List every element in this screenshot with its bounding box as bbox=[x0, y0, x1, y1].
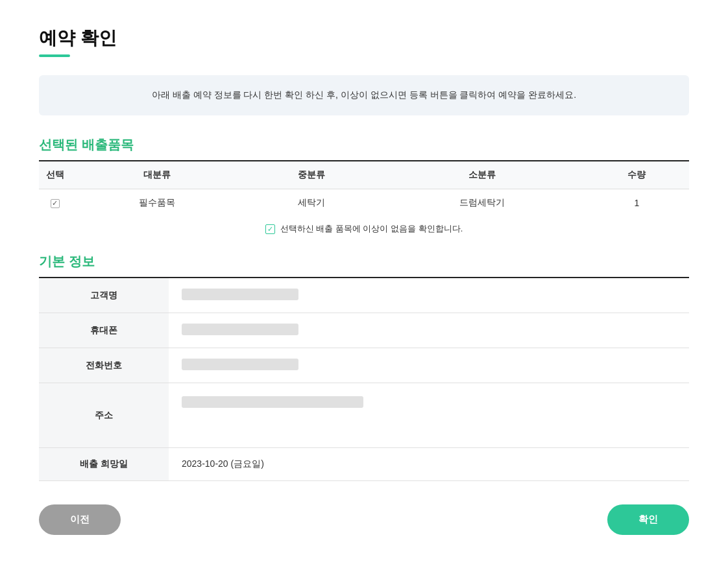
items-section-title: 선택된 배출품목 bbox=[39, 136, 689, 154]
blurred-mobile bbox=[182, 324, 298, 335]
value-name bbox=[169, 278, 689, 313]
items-section: 선택된 배출품목 선택 대분류 중분류 소분류 수량 필수품목 세탁기 드럼세탁… bbox=[39, 136, 689, 235]
label-phone: 전화번호 bbox=[39, 348, 169, 383]
confirm-button[interactable]: 확인 bbox=[607, 504, 689, 535]
info-row-date: 배출 희망일 2023-10-20 (금요일) bbox=[39, 448, 689, 481]
label-address: 주소 bbox=[39, 383, 169, 448]
check-icon bbox=[51, 199, 60, 208]
items-table: 선택 대분류 중분류 소분류 수량 필수품목 세탁기 드럼세탁기 1 bbox=[39, 161, 689, 217]
row-sub-category: 드럼세탁기 bbox=[380, 189, 585, 217]
row-select-cell bbox=[39, 189, 71, 217]
row-quantity: 1 bbox=[585, 189, 689, 217]
col-header-select: 선택 bbox=[39, 161, 71, 189]
info-table: 고객명 휴대폰 전화번호 주소 bbox=[39, 278, 689, 481]
value-date: 2023-10-20 (금요일) bbox=[169, 448, 689, 481]
col-header-mid: 중분류 bbox=[243, 161, 380, 189]
confirm-check-row: 선택하신 배출 품목에 이상이 없음을 확인합니다. bbox=[39, 223, 689, 235]
info-banner: 아래 배출 예약 정보를 다시 한번 확인 하신 후, 이상이 없으시면 등록 … bbox=[39, 75, 689, 115]
blurred-name bbox=[182, 289, 298, 300]
info-row-mobile: 휴대폰 bbox=[39, 313, 689, 348]
value-mobile bbox=[169, 313, 689, 348]
row-category: 필수품목 bbox=[71, 189, 243, 217]
banner-text: 아래 배출 예약 정보를 다시 한번 확인 하신 후, 이상이 없으시면 등록 … bbox=[152, 89, 576, 100]
basic-info-section: 기본 정보 고객명 휴대폰 전화번호 주소 bbox=[39, 253, 689, 481]
blurred-phone bbox=[182, 359, 298, 370]
col-header-qty: 수량 bbox=[585, 161, 689, 189]
col-header-sub: 소분류 bbox=[380, 161, 585, 189]
prev-button[interactable]: 이전 bbox=[39, 504, 121, 535]
row-mid-category: 세탁기 bbox=[243, 189, 380, 217]
label-name: 고객명 bbox=[39, 278, 169, 313]
col-header-category: 대분류 bbox=[71, 161, 243, 189]
info-row-address: 주소 bbox=[39, 383, 689, 448]
value-address bbox=[169, 383, 689, 448]
label-date: 배출 희망일 bbox=[39, 448, 169, 481]
confirm-checkbox bbox=[265, 224, 275, 234]
info-row-name: 고객명 bbox=[39, 278, 689, 313]
table-row: 필수품목 세탁기 드럼세탁기 1 bbox=[39, 189, 689, 217]
info-row-phone: 전화번호 bbox=[39, 348, 689, 383]
page-title: 예약 확인 bbox=[39, 26, 689, 51]
value-phone bbox=[169, 348, 689, 383]
title-underline bbox=[39, 54, 70, 57]
label-mobile: 휴대폰 bbox=[39, 313, 169, 348]
blurred-address bbox=[182, 396, 363, 408]
confirm-check-text: 선택하신 배출 품목에 이상이 없음을 확인합니다. bbox=[280, 223, 463, 235]
basic-info-title: 기본 정보 bbox=[39, 253, 689, 270]
button-row: 이전 확인 bbox=[39, 504, 689, 535]
